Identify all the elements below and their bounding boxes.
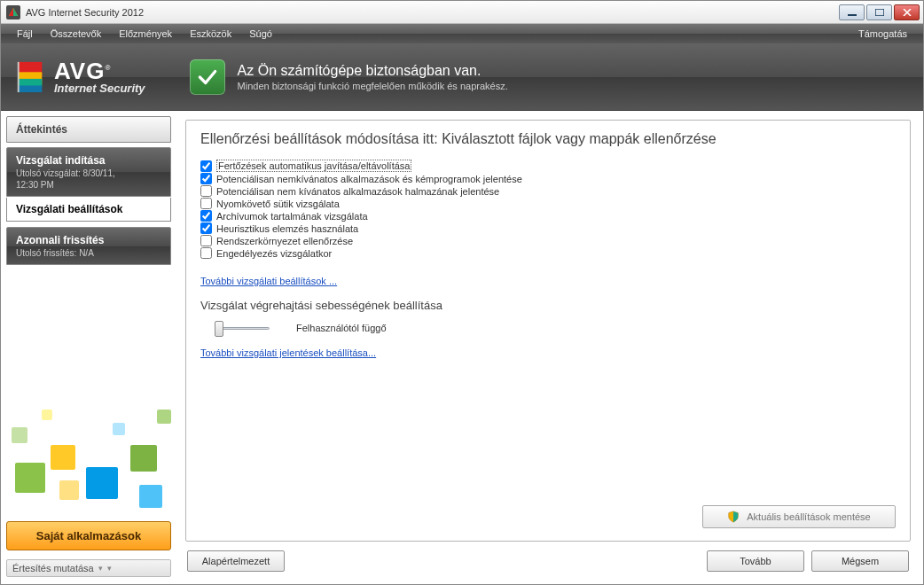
check-option[interactable]: Fertőzések automatikus javítása/eltávolí… <box>200 160 896 172</box>
check-label: Rendszerkörnyezet ellenőrzése <box>216 236 353 246</box>
check-label: Nyomkövető sütik vizsgálata <box>216 199 340 209</box>
check-input[interactable] <box>200 173 212 184</box>
sidebar: Áttekintés Vizsgálat indítása Utolsó viz… <box>1 111 176 584</box>
menu-history[interactable]: Előzmények <box>110 27 181 41</box>
svg-rect-2 <box>875 9 884 16</box>
chevron-down-icon: ▾ <box>107 564 112 573</box>
check-label: Archívumok tartalmának vizsgálata <box>216 211 368 222</box>
sidebar-item-scan[interactable]: Vizsgálat indítása Utolsó vizsgálat: 8/3… <box>6 147 171 197</box>
menubar: Fájl Összetevők Előzmények Eszközök Súgó… <box>1 24 923 43</box>
menu-tools[interactable]: Eszközök <box>181 27 240 41</box>
sidebar-item-update[interactable]: Azonnali frissítés Utolsó frissítés: N/A <box>6 227 171 265</box>
sidebar-scan-title: Vizsgálat indítása <box>16 154 161 167</box>
settings-panel: Ellenőrzési beállítások módosítása itt: … <box>185 120 911 542</box>
check-label: Fertőzések automatikus javítása/eltávolí… <box>216 160 411 172</box>
check-option[interactable]: Engedélyezés vizsgálatkor <box>200 247 896 259</box>
speed-slider[interactable] <box>215 321 270 335</box>
logo-sub: Internet Security <box>54 82 145 94</box>
chevron-down-icon: ▾ <box>98 564 103 573</box>
sidebar-item-overview[interactable]: Áttekintés <box>6 116 171 143</box>
check-option[interactable]: Archívumok tartalmának vizsgálata <box>200 210 896 222</box>
status-ok-icon <box>190 59 225 95</box>
show-notification-label: Értesítés mutatása <box>12 563 94 573</box>
avg-flag-icon <box>13 60 47 94</box>
main-area: Ellenőrzési beállítások módosítása itt: … <box>176 111 923 584</box>
check-input[interactable] <box>200 247 212 259</box>
check-option[interactable]: Potenciálisan nemkívánatos alkalmazások … <box>200 173 896 184</box>
menu-help[interactable]: Súgó <box>240 27 281 41</box>
status-headline: Az Ön számítógépe biztonságban van. <box>238 63 508 79</box>
check-input[interactable] <box>200 222 212 234</box>
sidebar-item-scan-settings[interactable]: Vizsgálati beállítások <box>6 198 171 222</box>
app-window: AVG Internet Security 2012 Fájl Összetev… <box>0 0 924 585</box>
menu-support[interactable]: Támogatás <box>850 27 916 41</box>
panel-title: Ellenőrzési beállítások módosítása itt: … <box>200 131 896 147</box>
maximize-button[interactable] <box>866 4 892 20</box>
brand-logo: AVG® Internet Security <box>13 59 145 94</box>
sidebar-scan-sub1: Utolsó vizsgálat: 8/30/11, <box>16 168 161 178</box>
check-label: Potenciálisan nem kívánatos alkalmazások… <box>216 186 499 197</box>
check-option[interactable]: Rendszerkörnyezet ellenőrzése <box>200 235 896 246</box>
close-button[interactable] <box>894 4 920 20</box>
app-icon <box>6 5 20 20</box>
checkbox-list: Fertőzések automatikus javítása/eltávolí… <box>200 160 896 259</box>
svg-rect-3 <box>18 61 20 91</box>
check-input[interactable] <box>200 160 212 172</box>
check-option[interactable]: Nyomkövető sütik vizsgálata <box>200 198 896 209</box>
menu-components[interactable]: Összetevők <box>42 27 110 41</box>
check-input[interactable] <box>200 235 212 246</box>
sidebar-update-title: Azonnali frissítés <box>16 234 161 246</box>
check-input[interactable] <box>200 185 212 197</box>
status-subline: Minden biztonsági funkció megfelelően mű… <box>238 81 508 91</box>
default-button[interactable]: Alapértelmezett <box>187 550 285 572</box>
speed-value: Felhasználótól függő <box>296 323 387 333</box>
titlebar[interactable]: AVG Internet Security 2012 <box>1 1 923 24</box>
check-input[interactable] <box>200 198 212 209</box>
save-settings-label: Aktuális beállítások mentése <box>747 511 870 522</box>
more-reports-link[interactable]: További vizsgálati jelentések beállítása… <box>200 347 376 358</box>
logo-name: AVG <box>54 58 105 84</box>
check-label: Potenciálisan nemkívánatos alkalmazások … <box>216 174 522 184</box>
status-header: AVG® Internet Security Az Ön számítógépe… <box>1 43 923 111</box>
button-row: Alapértelmezett Tovább Mégsem <box>185 542 911 575</box>
check-label: Heurisztikus elemzés használata <box>216 223 358 234</box>
decorative-squares <box>6 383 171 516</box>
more-scan-settings-link[interactable]: További vizsgálati beállítások ... <box>200 276 337 286</box>
check-input[interactable] <box>200 210 212 222</box>
check-option[interactable]: Potenciálisan nem kívánatos alkalmazások… <box>200 185 896 197</box>
shield-icon <box>727 511 740 523</box>
svg-rect-1 <box>848 14 857 16</box>
sidebar-update-sub: Utolsó frissítés: N/A <box>16 248 161 258</box>
check-option[interactable]: Heurisztikus elemzés használata <box>200 222 896 234</box>
cancel-button[interactable]: Mégsem <box>811 550 909 572</box>
check-label: Engedélyezés vizsgálatkor <box>216 248 332 259</box>
speed-header: Vizsgálat végrehajtási sebességének beál… <box>200 299 896 312</box>
show-notification-button[interactable]: Értesítés mutatása ▾ ▾ <box>6 559 171 577</box>
save-settings-button[interactable]: Aktuális beállítások mentése <box>702 505 896 528</box>
sidebar-scan-sub2: 12:30 PM <box>16 180 161 190</box>
next-button[interactable]: Tovább <box>707 550 804 572</box>
my-apps-button[interactable]: Saját alkalmazások <box>6 521 171 550</box>
minimize-button[interactable] <box>839 4 865 20</box>
menu-file[interactable]: Fájl <box>8 27 42 41</box>
window-title: AVG Internet Security 2012 <box>26 7 144 18</box>
